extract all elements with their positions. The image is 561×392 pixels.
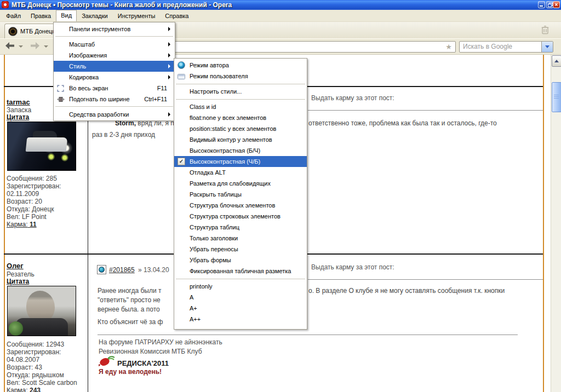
post-body-line: ответственно тоже, проблема как была так… bbox=[308, 119, 497, 127]
menu-separator bbox=[54, 34, 175, 39]
post-body-line: Кто объяснит чё за ф bbox=[98, 318, 163, 326]
menu-item-user-style[interactable]: A+ bbox=[174, 303, 307, 314]
minimize-button[interactable] bbox=[538, 1, 545, 8]
menu-item-user-style[interactable]: A++ bbox=[174, 314, 307, 325]
user-stat: Откуда: рядышком bbox=[7, 371, 64, 379]
username-link[interactable]: tarmac bbox=[7, 98, 30, 106]
closed-tabs-trash-icon[interactable] bbox=[540, 24, 551, 35]
opera-logo-icon[interactable] bbox=[2, 1, 9, 8]
signature-line: Ревизионная Комиссия МТБ Клуб bbox=[99, 348, 202, 355]
search-placeholder: Искать в Google bbox=[463, 43, 512, 50]
user-stat: Зарегистрирован: bbox=[7, 348, 61, 356]
signature-line: Я еду на велодень! bbox=[99, 368, 162, 376]
menu-item-style-option[interactable]: Видимый контур у элементов bbox=[174, 134, 307, 145]
menu-item-author-mode[interactable]: Режим автора bbox=[174, 60, 307, 71]
menu-item-style-option-checked[interactable]: ✓ Высококонтрастная (Ч/Б) bbox=[174, 156, 307, 167]
menu-item-style-option[interactable]: Структура строковых элементов bbox=[174, 211, 307, 222]
user-mode-icon bbox=[178, 72, 185, 80]
menu-help[interactable]: Справка bbox=[160, 10, 193, 21]
bookmark-star-icon[interactable]: ★ bbox=[445, 42, 452, 52]
close-button[interactable]: × bbox=[553, 1, 560, 8]
karma-link[interactable]: Карма: 11 bbox=[7, 221, 37, 228]
menu-tools[interactable]: Инструменты bbox=[113, 10, 161, 21]
post-body-line: раз в 2-3 дня приход bbox=[92, 131, 155, 139]
menu-item-user-style[interactable]: printonly bbox=[174, 281, 307, 292]
post-date: » 13.04.20 bbox=[138, 266, 169, 274]
user-stat: Откуда: Донецк bbox=[7, 205, 54, 213]
menu-item-customize-styles[interactable]: Настроить стили... bbox=[174, 86, 307, 97]
menu-bookmarks[interactable]: Закладки bbox=[77, 10, 113, 21]
user-stat: Сообщения: 285 bbox=[7, 175, 57, 182]
menu-item-zoom[interactable]: Масштаб bbox=[54, 39, 175, 50]
karma-link[interactable]: Карма: 243 bbox=[7, 387, 41, 392]
menu-item-style-option[interactable]: Убрать формы bbox=[174, 255, 307, 266]
menu-item-style-option[interactable]: Убрать переносы bbox=[174, 244, 307, 255]
submenu-arrow-icon bbox=[168, 27, 170, 31]
menu-item-style-option[interactable]: Высококонтрастная (Б/Ч) bbox=[174, 145, 307, 156]
menu-item-images[interactable]: Изображения bbox=[54, 50, 175, 61]
search-field[interactable]: Искать в Google bbox=[459, 41, 553, 53]
post-number-link[interactable]: #201865 bbox=[109, 266, 135, 274]
menu-item-user-style[interactable]: A bbox=[174, 292, 307, 303]
menu-item-dev-tools[interactable]: Средства разработки bbox=[54, 109, 175, 120]
arrow-up-icon bbox=[554, 60, 559, 62]
menu-view[interactable]: Вид bbox=[56, 10, 77, 21]
username-link[interactable]: Олег bbox=[7, 262, 24, 270]
karma-header-rule bbox=[308, 279, 543, 280]
menu-item-style[interactable]: Стиль bbox=[54, 61, 175, 72]
radish-icon bbox=[98, 355, 115, 370]
menu-item-style-option[interactable]: Class и id bbox=[174, 101, 307, 112]
post-body-line: "ответить" просто не bbox=[98, 296, 161, 304]
scrollbar[interactable] bbox=[551, 55, 561, 392]
radio-selected-icon bbox=[178, 61, 185, 69]
user-stat: Вел: Scott Scale carbon bbox=[7, 379, 77, 387]
post-bullet-icon bbox=[99, 267, 105, 273]
menu-item-style-option[interactable]: position:static у всех элементов bbox=[174, 123, 307, 134]
post-body-line: о. В разделе О клубе я не могу оставлять… bbox=[308, 287, 505, 295]
menu-item-style-option[interactable]: Разметка для слабовидящих bbox=[174, 178, 307, 189]
forward-history-dropdown-icon[interactable] bbox=[44, 45, 48, 48]
menu-separator bbox=[174, 97, 307, 101]
submenu-arrow-icon bbox=[168, 75, 170, 79]
menu-bar: Файл Правка Вид Закладки Инструменты Спр… bbox=[0, 10, 561, 22]
menu-item-user-mode[interactable]: Режим пользователя bbox=[174, 71, 307, 82]
menu-item-encoding[interactable]: Кодировка bbox=[54, 72, 175, 83]
avatar bbox=[7, 286, 76, 336]
user-rank: Резатель bbox=[7, 270, 35, 278]
user-stat: Зарегистрирован: bbox=[7, 182, 61, 190]
back-button[interactable] bbox=[4, 42, 19, 52]
user-stat: 04.08.2007 bbox=[7, 356, 39, 364]
karma-header-rule bbox=[308, 110, 543, 111]
quote-link[interactable]: Цитата bbox=[7, 113, 29, 121]
menu-item-style-option[interactable]: Структура таблиц bbox=[174, 222, 307, 233]
user-stat: Вел: LF Point bbox=[7, 213, 47, 221]
menu-item-style-option[interactable]: Фиксированная табличная разметка bbox=[174, 266, 307, 276]
menu-edit[interactable]: Правка bbox=[26, 10, 56, 21]
tab-favicon-icon bbox=[8, 27, 18, 36]
view-menu-popup: Панели инструментов Масштаб Изображения … bbox=[53, 22, 175, 121]
quote-link[interactable]: Цитата bbox=[7, 278, 29, 285]
minimize-icon bbox=[540, 5, 543, 7]
back-history-dropdown-icon[interactable] bbox=[19, 45, 23, 48]
menu-item-fit-width[interactable]: Подогнать по ширинеCtrl+F11 bbox=[54, 94, 175, 105]
menu-item-fullscreen[interactable]: Во весь экранF11 bbox=[54, 83, 175, 94]
menu-item-toolbars[interactable]: Панели инструментов bbox=[54, 24, 175, 34]
post-body-line: Ранее иногда были т bbox=[98, 287, 161, 295]
fullscreen-icon bbox=[57, 84, 65, 92]
post-icon bbox=[97, 265, 106, 274]
signature-rule bbox=[98, 335, 518, 335]
menu-item-style-option[interactable]: Раскрыть таблицы bbox=[174, 189, 307, 200]
menu-item-style-option[interactable]: Структура блочных элементов bbox=[174, 200, 307, 211]
menu-item-style-option[interactable]: Отладка ALT bbox=[174, 167, 307, 178]
menu-file[interactable]: Файл bbox=[1, 10, 26, 21]
menu-separator bbox=[54, 105, 175, 109]
opera-window: МТБ Донецк • Просмотр темы - Книга жалоб… bbox=[0, 0, 561, 392]
menu-separator bbox=[174, 276, 307, 281]
column-divider bbox=[88, 87, 88, 392]
menu-item-style-option[interactable]: float:none у всех элементов bbox=[174, 112, 307, 123]
forward-button[interactable] bbox=[28, 42, 43, 52]
menu-item-style-option[interactable]: Только заголовки bbox=[174, 233, 307, 244]
scrollbar-up-button[interactable] bbox=[552, 55, 561, 67]
search-engine-dropdown[interactable] bbox=[541, 42, 553, 52]
scrollbar-thumb[interactable] bbox=[552, 82, 561, 112]
